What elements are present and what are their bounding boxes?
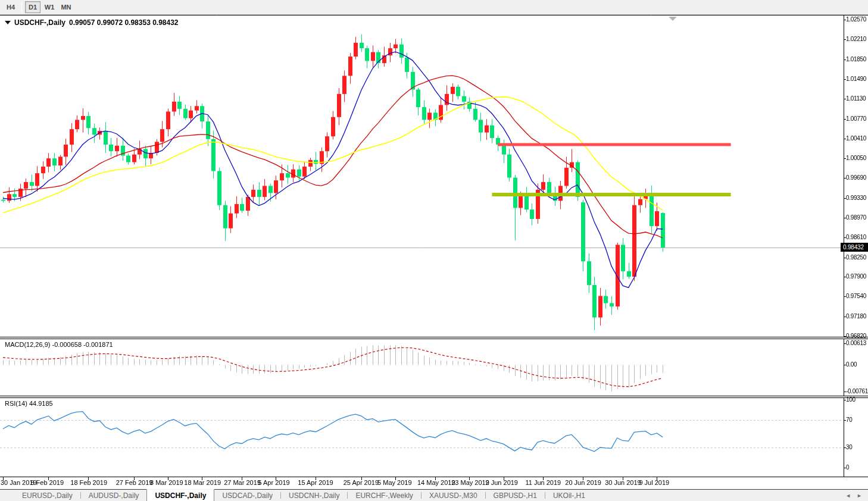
- timeframe-button-h4[interactable]: H4: [3, 1, 18, 13]
- chart-tab-usdcad-daily[interactable]: USDCAD-,Daily: [214, 490, 280, 501]
- price-axis-label: 0.98610: [846, 234, 868, 240]
- rsi-axis-label: 70: [846, 417, 868, 423]
- chart-tab-xauusd-m30[interactable]: XAUUSD-,M30: [421, 490, 485, 501]
- time-axis-label: 27 Mar 2019: [224, 479, 261, 486]
- time-axis-label: 9 Jul 2019: [639, 479, 669, 486]
- timeframe-button-mn[interactable]: MN: [58, 1, 74, 13]
- current-price-tag: 0.98432: [841, 243, 868, 252]
- time-axis-label: 2 Jun 2019: [486, 479, 518, 486]
- macd-axis-label: 0.00: [846, 361, 868, 368]
- time-axis-label: 20 Jun 2019: [565, 479, 601, 486]
- chart-tab-usdcnh-daily[interactable]: USDCNH-,Daily: [281, 490, 347, 501]
- time-axis-label: 18 Mar 2019: [184, 479, 221, 486]
- time-axis-label: 23 May 2019: [451, 479, 489, 486]
- time-axis-label: 25 Apr 2019: [344, 479, 379, 486]
- tabs-scroll-arrows: ◄►: [845, 490, 868, 501]
- panel-divider-macd[interactable]: [0, 337, 868, 339]
- chart-tabs: EURUSD-,DailyAUDUSD-,DailyUSDCHF-,DailyU…: [0, 489, 868, 501]
- time-axis-label: 5 May 2019: [377, 479, 411, 486]
- price-axis-label: 0.98250: [846, 254, 868, 261]
- chart-title-symbol: USDCHF-,Daily: [14, 18, 65, 27]
- chart-canvas[interactable]: [0, 15, 868, 489]
- chart-tab-eurusd-daily[interactable]: EURUSD-,Daily: [14, 490, 80, 501]
- rsi-axis-label: 100: [846, 396, 868, 403]
- price-axis-label: 1.00050: [846, 155, 868, 161]
- chart-shift-marker-icon[interactable]: [669, 17, 677, 21]
- chart-window: USDCHF-,Daily 0.99057 0.99072 0.98353 0.…: [0, 15, 868, 489]
- timeframe-toolbar: H4D1W1MN: [0, 0, 868, 15]
- time-axis-label: 27 Feb 2019: [116, 479, 153, 486]
- macd-axis-label: 0.00613: [846, 340, 868, 346]
- price-axis-label: 0.98970: [846, 214, 868, 221]
- time-axis-label: 11 Jun 2019: [525, 479, 561, 486]
- price-axis-label: 1.00770: [846, 115, 868, 122]
- tabs-scroll-left-icon[interactable]: ◄: [845, 493, 851, 499]
- chart-tab-eurchf-weekly[interactable]: EURCHF-,Weekly: [348, 490, 420, 501]
- tabs-scroll-right-icon[interactable]: ►: [857, 493, 862, 499]
- toolbar-separator: [21, 2, 22, 12]
- chart-tab-audusd-daily[interactable]: AUDUSD-,Daily: [81, 490, 147, 501]
- chart-title: USDCHF-,Daily 0.99057 0.99072 0.98353 0.…: [5, 18, 179, 27]
- chart-tab-ukoil-h1[interactable]: UKOil-,H1: [545, 490, 593, 501]
- price-axis-label: 1.00410: [846, 135, 868, 142]
- time-axis-label: 30 Jun 2019: [605, 479, 641, 486]
- time-axis-label: 5 Apr 2019: [258, 479, 289, 486]
- price-axis-label: 0.97180: [846, 313, 868, 320]
- price-axis-label: 0.97540: [846, 293, 868, 299]
- price-axis-label: 1.02210: [846, 36, 868, 42]
- timeframe-button-d1[interactable]: D1: [25, 1, 40, 13]
- macd-label: MACD(12,26,9) -0.000658 -0.001871: [5, 341, 113, 348]
- time-axis-label: 8 Feb 2019: [30, 479, 64, 486]
- chart-tab-gbpusd-h1[interactable]: GBPUSD-,H1: [486, 490, 545, 501]
- rsi-axis-label: 0: [846, 464, 868, 471]
- price-axis-label: 0.96820: [846, 333, 868, 339]
- chart-title-collapse-icon[interactable]: [5, 21, 11, 24]
- chart-tab-usdchf-daily[interactable]: USDCHF-,Daily: [146, 489, 214, 501]
- panel-divider-rsi[interactable]: [0, 396, 868, 398]
- time-axis-label: 18 Feb 2019: [70, 479, 107, 486]
- rsi-label: RSI(14) 44.9185: [5, 400, 53, 407]
- price-axis-label: 1.01490: [846, 76, 868, 82]
- timeframe-button-w1[interactable]: W1: [42, 1, 57, 13]
- price-axis-label: 0.97900: [846, 273, 868, 280]
- price-axis-label: 0.99690: [846, 174, 868, 181]
- time-axis-label: 15 Apr 2019: [298, 479, 333, 486]
- rsi-axis-label: 30: [846, 444, 868, 450]
- time-axis-label: 8 Mar 2019: [150, 479, 183, 486]
- price-axis-label: 1.01130: [846, 95, 868, 102]
- price-axis-label: 1.01850: [846, 56, 868, 62]
- chart-title-ohlc: 0.99057 0.99072 0.98353 0.98432: [69, 18, 179, 27]
- time-axis-label: 14 May 2019: [417, 479, 455, 486]
- price-axis-label: 1.02570: [846, 16, 868, 23]
- macd-axis-label: -0.0076125: [846, 388, 868, 394]
- price-axis-label: 0.99330: [846, 195, 868, 201]
